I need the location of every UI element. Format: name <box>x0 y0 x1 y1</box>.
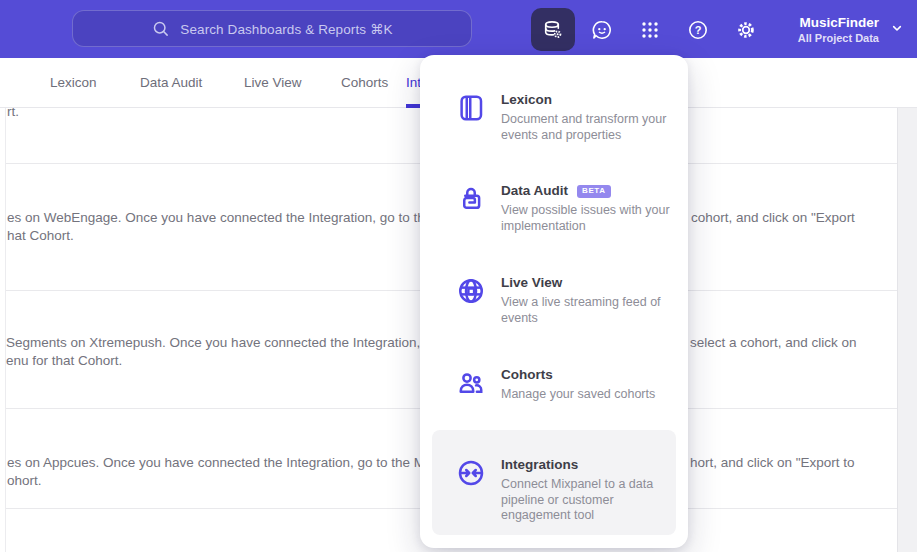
menu-item-lexicon[interactable]: Lexicon Document and transform your even… <box>420 92 688 143</box>
menu-item-text: Live View View a live streaming feed of … <box>501 275 673 326</box>
globe-icon <box>456 276 486 306</box>
menu-item-text: Lexicon Document and transform your even… <box>501 92 673 143</box>
global-search-input[interactable]: Search Dashboards & Reports ⌘K <box>72 10 472 47</box>
menu-item-description: Manage your saved cohorts <box>501 387 673 403</box>
row-text: enu for that Cohort. <box>6 352 122 370</box>
beta-badge: BETA <box>577 185 611 198</box>
apps-grid-icon <box>638 18 662 42</box>
search-icon <box>151 19 170 38</box>
tab-lexicon[interactable]: Lexicon <box>50 58 97 107</box>
content-left-border <box>5 108 6 552</box>
menu-item-description: View a live streaming feed of events <box>501 295 673 326</box>
menu-item-title: Lexicon <box>501 92 552 108</box>
menu-item-data-audit[interactable]: Data Audit BETA View possible issues wit… <box>420 183 688 234</box>
chevron-down-icon[interactable] <box>889 20 905 40</box>
app-header: Search Dashboards & Reports ⌘K <box>0 0 917 58</box>
search-placeholder: Search Dashboards & Reports ⌘K <box>180 21 392 37</box>
page-gutter <box>897 108 917 552</box>
tab-cohorts[interactable]: Cohorts <box>341 58 388 107</box>
menu-item-text: Cohorts Manage your saved cohorts <box>501 367 673 403</box>
row-text: ohort. <box>7 472 42 490</box>
menu-item-text: Integrations Connect Mixpanel to a data … <box>501 457 673 524</box>
people-icon <box>456 368 486 398</box>
data-management-button[interactable] <box>531 8 575 51</box>
row-text: select a cohort, and click on <box>690 334 857 352</box>
project-scope: All Project Data <box>798 31 879 45</box>
support-chat-button[interactable] <box>580 8 624 51</box>
apps-grid-button[interactable] <box>628 8 672 51</box>
menu-item-title: Cohorts <box>501 367 553 383</box>
menu-item-live-view[interactable]: Live View View a live streaming feed of … <box>420 275 688 326</box>
row-text: Segments on Xtremepush. Once you have co… <box>6 334 420 352</box>
project-switcher[interactable]: MusicFinder All Project Data <box>798 9 879 49</box>
menu-item-text: Data Audit BETA View possible issues wit… <box>501 183 673 234</box>
data-management-menu: Lexicon Document and transform your even… <box>420 55 688 548</box>
menu-item-cohorts[interactable]: Cohorts Manage your saved cohorts <box>420 367 688 403</box>
menu-item-title: Integrations <box>501 457 578 473</box>
row-text: es on Appcues. Once you have connected t… <box>7 454 425 472</box>
settings-gear-icon <box>734 18 758 42</box>
menu-item-description: Document and transform your events and p… <box>501 112 673 143</box>
app-window: rt. es on WebEngage. Once you have conne… <box>0 0 917 552</box>
row-text: cohort, and click on "Export <box>691 209 855 227</box>
book-icon <box>456 93 486 123</box>
tab-live-view[interactable]: Live View <box>244 58 302 107</box>
row-text: es on WebEngage. Once you have connected… <box>7 209 432 227</box>
menu-item-title: Live View <box>501 275 562 291</box>
row-text: hat Cohort. <box>7 227 74 245</box>
svg-text:?: ? <box>695 24 702 36</box>
menu-item-title: Data Audit <box>501 183 568 199</box>
help-icon: ? <box>686 18 710 42</box>
menu-item-description: Connect Mixpanel to a data pipeline or c… <box>501 477 673 524</box>
menu-item-integrations[interactable]: Integrations Connect Mixpanel to a data … <box>432 430 676 535</box>
menu-item-description: View possible issues with your implement… <box>501 203 673 234</box>
support-chat-icon <box>590 18 614 42</box>
help-button[interactable]: ? <box>676 8 720 51</box>
sync-arrows-icon <box>456 458 486 488</box>
row-text: hort, and click on "Export to <box>690 454 855 472</box>
settings-button[interactable] <box>724 8 768 51</box>
project-name: MusicFinder <box>799 14 879 31</box>
audit-lock-icon <box>456 184 486 214</box>
tab-data-audit[interactable]: Data Audit <box>140 58 202 107</box>
database-gear-icon <box>541 18 565 42</box>
